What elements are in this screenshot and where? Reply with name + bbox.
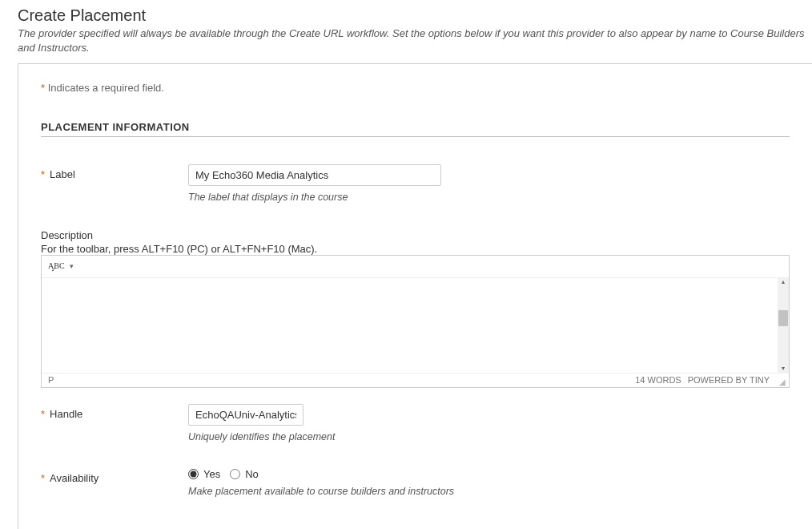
- powered-by: POWERED BY TINY: [688, 375, 770, 385]
- row-label: * Label The label that displays in the c…: [41, 164, 790, 205]
- editor-elem-path: P: [48, 375, 54, 385]
- availability-radio-yes[interactable]: [188, 469, 199, 479]
- handle-helper: Uniquely identifies the placement: [188, 430, 790, 445]
- required-star-icon: *: [41, 82, 45, 94]
- rich-text-editor: ABC ▾ ▴ ▾ P 14 WORDS POWERED BY TINY: [41, 255, 790, 388]
- row-handle: * Handle Uniquely identifies the placeme…: [41, 404, 790, 445]
- required-indicator-note: * Indicates a required field.: [41, 82, 790, 94]
- availability-opt-no: No: [245, 468, 259, 480]
- row-description: Description For the toolbar, press ALT+F…: [41, 229, 790, 388]
- section-header: PLACEMENT INFORMATION: [41, 121, 790, 137]
- chevron-down-icon[interactable]: ▾: [70, 262, 74, 270]
- page-subtitle: The provider specified will always be av…: [18, 26, 812, 55]
- required-star-icon: *: [41, 472, 45, 484]
- resize-handle-icon[interactable]: [776, 376, 784, 384]
- field-name-handle: Handle: [50, 408, 82, 420]
- toolbar-shortcut-hint: For the toolbar, press ALT+F10 (PC) or A…: [41, 243, 790, 255]
- editor-textarea[interactable]: ▴ ▾: [42, 278, 789, 373]
- editor-scrollbar[interactable]: ▴ ▾: [778, 278, 789, 373]
- editor-toolbar[interactable]: ABC ▾: [42, 256, 789, 278]
- row-type: * Type Placement Type determines where t…: [41, 523, 790, 529]
- field-name-availability: Availability: [50, 472, 98, 484]
- label-input[interactable]: [188, 164, 441, 186]
- field-name-label: Label: [50, 168, 75, 180]
- spellcheck-icon[interactable]: ABC: [48, 262, 65, 270]
- availability-radio-no[interactable]: [230, 469, 240, 479]
- handle-input[interactable]: [188, 404, 303, 426]
- availability-helper: Make placement available to course build…: [188, 485, 790, 499]
- field-name-description: Description: [41, 229, 790, 241]
- required-star-icon: *: [41, 168, 45, 180]
- editor-statusbar: P 14 WORDS POWERED BY TINY: [42, 373, 789, 387]
- form-panel: * Indicates a required field. PLACEMENT …: [18, 63, 812, 529]
- required-note-text: Indicates a required field.: [48, 82, 164, 94]
- row-availability: * Availability Yes No Make placement ava…: [41, 468, 790, 499]
- scroll-thumb[interactable]: [778, 310, 788, 326]
- label-helper: The label that displays in the course: [188, 191, 790, 205]
- required-star-icon: *: [41, 408, 45, 420]
- page-title: Create Placement: [18, 6, 812, 25]
- scroll-up-icon[interactable]: ▴: [782, 279, 785, 285]
- scroll-down-icon[interactable]: ▾: [782, 365, 785, 372]
- availability-opt-yes: Yes: [203, 468, 220, 480]
- word-count: 14 WORDS: [635, 375, 681, 385]
